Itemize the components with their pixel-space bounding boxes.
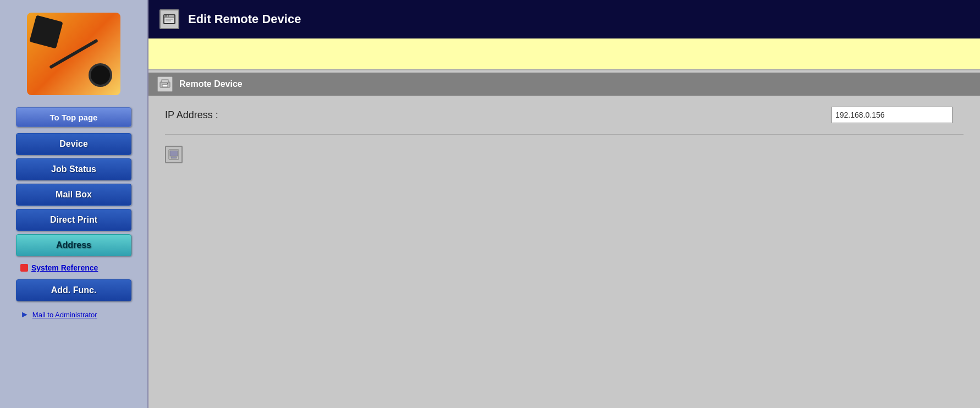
submit-action-button[interactable] bbox=[165, 146, 183, 163]
main-content: Edit Remote Device Remote Device IP Addr… bbox=[148, 0, 980, 408]
notification-bar bbox=[148, 38, 980, 70]
logo-area bbox=[16, 5, 131, 102]
remote-device-section-title: Remote Device bbox=[179, 79, 243, 89]
svg-rect-12 bbox=[171, 157, 177, 158]
svg-point-9 bbox=[167, 83, 168, 84]
svg-rect-8 bbox=[162, 85, 168, 87]
ip-address-label: IP Address : bbox=[165, 109, 286, 121]
edit-remote-device-icon bbox=[159, 9, 179, 29]
nav-job-status-button[interactable]: Job Status bbox=[16, 158, 131, 180]
system-reference-anchor[interactable]: System Reference bbox=[31, 263, 98, 272]
system-reference-link[interactable]: System Reference bbox=[16, 261, 131, 274]
svg-rect-2 bbox=[165, 15, 167, 16]
mail-to-admin-link[interactable]: ► Mail to Administrator bbox=[16, 307, 131, 322]
ref-bullet-icon bbox=[20, 264, 28, 272]
remote-device-section-icon bbox=[157, 76, 173, 92]
nav-address-button[interactable]: Address bbox=[16, 234, 131, 256]
svg-rect-3 bbox=[168, 15, 169, 16]
svg-rect-11 bbox=[170, 151, 178, 156]
ip-address-field-wrapper bbox=[832, 107, 953, 123]
ip-address-input[interactable] bbox=[832, 107, 953, 123]
app-logo bbox=[27, 13, 120, 95]
action-row bbox=[165, 146, 964, 163]
nav-device-button[interactable]: Device bbox=[16, 133, 131, 155]
ip-address-row: IP Address : bbox=[165, 107, 964, 135]
nav-mail-box-button[interactable]: Mail Box bbox=[16, 184, 131, 206]
nav-add-func-button[interactable]: Add. Func. bbox=[16, 279, 131, 301]
mail-to-admin-anchor[interactable]: Mail to Administrator bbox=[32, 311, 97, 319]
mail-arrow-icon: ► bbox=[20, 310, 29, 319]
page-title: Edit Remote Device bbox=[188, 12, 301, 26]
svg-rect-7 bbox=[162, 80, 168, 82]
content-area: IP Address : bbox=[148, 96, 980, 408]
remote-device-section-header: Remote Device bbox=[148, 73, 980, 96]
to-top-button[interactable]: To Top page bbox=[16, 107, 131, 127]
sidebar: To Top page Device Job Status Mail Box D… bbox=[0, 0, 148, 408]
nav-direct-print-button[interactable]: Direct Print bbox=[16, 209, 131, 231]
page-header: Edit Remote Device bbox=[148, 0, 980, 38]
